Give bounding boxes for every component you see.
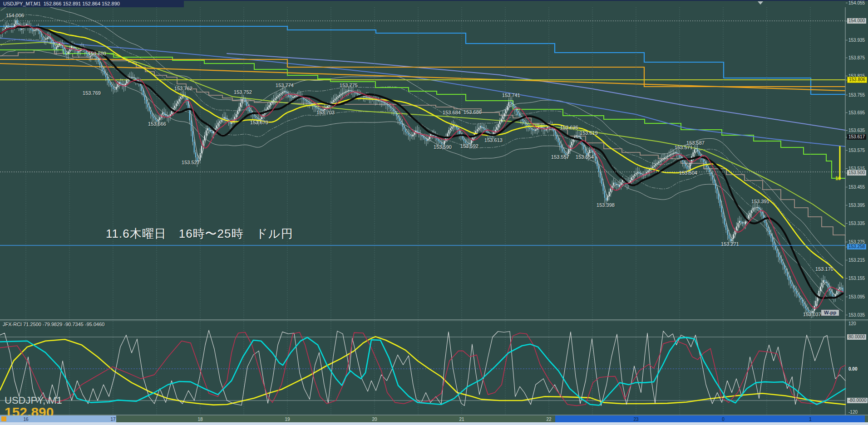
price-axis-label: 153.935 — [848, 38, 865, 43]
scrollbar-segment[interactable] — [0, 415, 116, 422]
chart-shift-marker-icon[interactable] — [758, 1, 763, 5]
price-label: 153.557 — [551, 154, 569, 160]
price-label: 153.590 — [434, 144, 452, 150]
price-axis-label: 153.635 — [848, 128, 865, 133]
axis-tick — [846, 297, 848, 297]
scroll-origin-marker[interactable] — [1, 416, 6, 421]
axis-tick — [846, 58, 848, 58]
indicator-axis-label: 0.00 — [848, 366, 857, 371]
time-axis-hour-label: 18 — [197, 417, 202, 422]
price-axis-label: 154.000 — [847, 18, 866, 24]
axis-tick — [846, 3, 848, 3]
ohlc-info-bar: USDJPY_MT,M1 152.866 152.891 152.864 152… — [0, 0, 184, 7]
price-axis-label: 153.806 — [847, 77, 867, 83]
price-axis-label: 153.035 — [848, 313, 865, 318]
time-axis-hour-label: 0 — [722, 417, 725, 422]
price-axis-label: 153.258 — [847, 244, 866, 249]
axis-tick — [846, 112, 848, 113]
price-label: 153.880 — [88, 51, 106, 56]
price-label: 153.398 — [597, 202, 615, 208]
axis-tick — [846, 242, 848, 242]
time-axis-hour-label: 20 — [372, 417, 377, 422]
time-axis-hour-label: 21 — [459, 417, 464, 422]
rci-indicator-canvas[interactable] — [0, 0, 868, 425]
symbol-period-label: USDJPY_MT,M1 — [3, 1, 41, 6]
axis-tick — [846, 130, 848, 131]
price-label: 153.774 — [276, 83, 294, 88]
price-axis-label: 153.335 — [848, 221, 865, 226]
price-label: 153.769 — [83, 90, 101, 96]
price-axis-label: 154.055 — [848, 0, 865, 5]
price-axis-label: 153.275 — [848, 239, 865, 244]
indicator-axis-label: -80.0000 — [847, 398, 868, 403]
price-axis-label: 153.455 — [848, 185, 865, 190]
axis-tick — [846, 168, 848, 169]
axis-tick — [846, 95, 848, 95]
scrollbar-segment[interactable] — [116, 415, 555, 422]
price-label: 153.666 — [148, 121, 166, 127]
rci-indicator-values: JFX-RCI 71.2500 -79.9829 -90.7345 -95.04… — [3, 322, 104, 327]
indicator-axis-label: 80.0000 — [847, 334, 866, 340]
indicator-axis-label: 120 — [848, 321, 856, 326]
axis-tick — [846, 76, 848, 76]
price-label: 153.741 — [502, 93, 520, 98]
price-axis-label: 153.500 — [847, 170, 866, 176]
price-label: 153.619 — [580, 130, 598, 136]
price-axis-label: 153.095 — [848, 294, 865, 299]
price-label: 153.587 — [686, 140, 705, 146]
scrollbar-segment[interactable] — [555, 415, 865, 422]
price-label: 153.670 — [250, 120, 268, 125]
price-label: 153.391 — [751, 199, 769, 204]
time-axis-scrollbar[interactable] — [0, 415, 868, 422]
price-label: 153.170 — [815, 266, 833, 272]
price-axis-label: 153.395 — [848, 203, 865, 208]
price-label: 154.006 — [6, 13, 24, 18]
axis-tick — [846, 150, 848, 151]
time-axis-hour-label: 23 — [633, 417, 638, 422]
price-label: 153.554 — [576, 154, 594, 160]
price-label: 153.703 — [316, 110, 335, 115]
time-axis-hour-label: 1 — [809, 417, 812, 422]
price-label: 153.037 — [803, 312, 821, 317]
time-axis-hour-label: 16 — [23, 417, 28, 422]
price-label: 153.527 — [182, 160, 200, 165]
weekly-pivot-label[interactable]: W-pp — [821, 309, 839, 316]
price-label: 153.271 — [721, 241, 739, 247]
axis-tick — [846, 205, 848, 205]
price-label: 153.504 — [679, 170, 697, 176]
price-label: 153.613 — [484, 137, 503, 143]
axis-tick — [846, 223, 848, 224]
price-label: 153.592 — [460, 143, 478, 149]
axis-tick — [846, 260, 848, 260]
session-annotation-text[interactable]: 11.6木曜日 16時〜25時 ドル円 — [106, 226, 293, 242]
price-axis-label: 153.617 — [847, 134, 866, 140]
time-axis-hour-label: 19 — [285, 417, 290, 422]
price-axis-label: 153.215 — [848, 258, 865, 263]
time-axis-hour-label: 22 — [546, 417, 551, 422]
price-label: 153.684 — [443, 110, 461, 115]
price-label: 153.775 — [340, 83, 358, 88]
axis-tick — [846, 187, 848, 187]
price-axis-label: 153.875 — [848, 55, 865, 60]
axis-tick — [846, 278, 848, 278]
mt4-chart-window: USDJPY_MT,M1 152.866 152.891 152.864 152… — [0, 0, 868, 425]
axis-tick — [846, 40, 848, 40]
price-label: 153.762 — [174, 86, 192, 91]
price-label: 153.636 — [560, 125, 578, 130]
window-bottom-border — [0, 422, 868, 425]
price-axis-label: 153.575 — [848, 148, 865, 153]
price-axis-label: 153.755 — [848, 93, 865, 98]
indicator-axis-label: -120 — [848, 410, 858, 415]
step-count-label: 10 — [835, 176, 841, 181]
axis-tick — [846, 315, 848, 315]
price-axis-label: 153.155 — [848, 276, 865, 281]
ohlc-values: 152.866 152.891 152.864 152.890 — [44, 1, 120, 6]
price-label: 153.752 — [234, 89, 252, 95]
price-axis-label: 153.695 — [848, 110, 865, 115]
time-axis-hour-label: 17 — [110, 417, 115, 422]
price-label: 153.686 — [464, 109, 482, 115]
